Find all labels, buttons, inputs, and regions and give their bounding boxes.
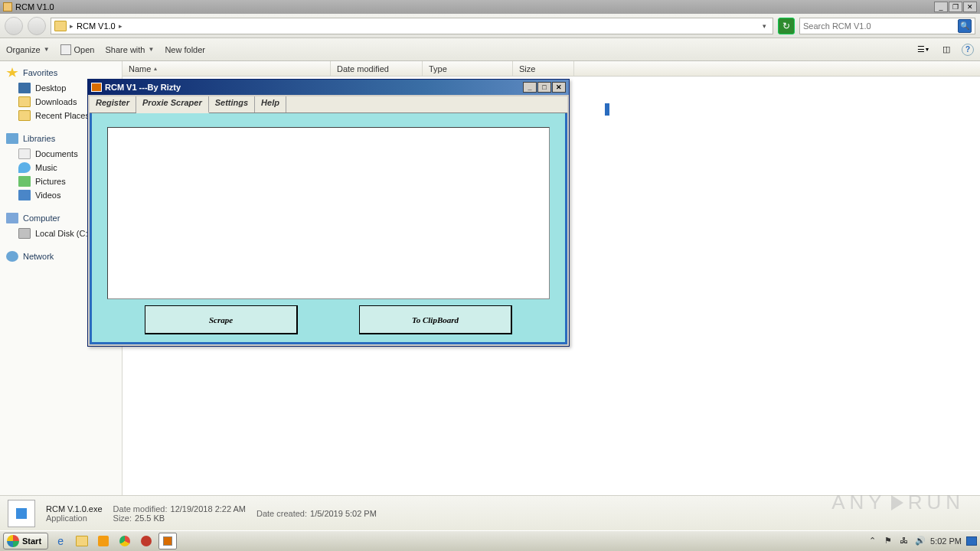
volume-icon[interactable]: 🔊 — [915, 536, 926, 546]
libraries-icon — [6, 133, 18, 144]
taskbar-opera[interactable] — [137, 533, 155, 549]
view-menu[interactable]: ☰ ▼ — [916, 43, 931, 57]
window-border-fragment — [605, 103, 609, 116]
watermark: ANY RUN — [831, 491, 965, 514]
created-value: 1/5/2019 5:02 PM — [310, 509, 377, 518]
pictures-icon — [18, 176, 31, 187]
preview-pane-button[interactable]: ◫ — [939, 43, 954, 57]
folder-icon — [3, 2, 12, 11]
tray-expand-icon[interactable]: ⌃ — [869, 536, 880, 546]
desktop-icon — [18, 83, 31, 93]
search-box[interactable]: 🔍 — [799, 18, 975, 34]
forward-button[interactable] — [28, 17, 46, 35]
network-icon — [6, 251, 18, 262]
app-body: Scrape To ClipBoard — [90, 113, 567, 344]
file-thumbnail — [8, 500, 35, 527]
folder-icon — [54, 21, 67, 31]
chrome-icon — [119, 536, 130, 546]
app-close-button[interactable]: ✕ — [552, 82, 566, 93]
ie-icon: e — [57, 535, 64, 547]
col-modified[interactable]: Date modified — [331, 61, 423, 76]
explorer-toolbar: Organize▼ Open Share with▼ New folder ☰ … — [0, 38, 980, 61]
network-tray-icon[interactable]: 🖧 — [900, 536, 910, 546]
chevron-right-icon: ▸ — [119, 22, 122, 30]
flag-icon[interactable]: ⚑ — [884, 536, 895, 546]
size-value: 25.5 KB — [135, 514, 165, 523]
details-filename: RCM V.1.0.exe — [46, 504, 103, 514]
minimize-button[interactable]: _ — [934, 2, 948, 12]
explorer-titlebar: RCM V1.0 _ ❐ ✕ — [0, 0, 980, 14]
taskbar-rcm-app[interactable] — [158, 533, 177, 549]
folder-icon — [76, 536, 88, 546]
results-textbox[interactable] — [107, 127, 550, 299]
app-icon — [163, 536, 172, 546]
taskbar-media[interactable] — [94, 533, 113, 549]
scrape-button[interactable]: Scrape — [145, 305, 298, 334]
breadcrumb-label: RCM V1.0 — [77, 21, 116, 31]
taskbar-ie[interactable]: e — [51, 533, 70, 549]
details-filetype: Application — [46, 514, 103, 523]
window-title: RCM V1.0 — [15, 2, 54, 11]
maximize-button[interactable]: ❐ — [949, 2, 962, 12]
app-titlebar[interactable]: RCM V1 ---By Rizty _ □ ✕ — [88, 80, 569, 95]
share-menu[interactable]: Share with▼ — [105, 45, 154, 54]
tab-proxie-scraper[interactable]: Proxie Scraper — [136, 96, 209, 113]
open-icon — [60, 44, 71, 55]
navbar: ▸ RCM V1.0 ▸ ▾ ↻ 🔍 — [0, 14, 980, 38]
back-button[interactable] — [5, 17, 23, 35]
close-button[interactable]: ✕ — [963, 2, 977, 12]
chevron-right-icon: ▸ — [70, 22, 74, 30]
play-icon — [891, 495, 903, 510]
organize-menu[interactable]: Organize▼ — [6, 45, 50, 54]
content-area: Name▴ Date modified Type Size RCM V1 ---… — [122, 61, 980, 495]
tab-register[interactable]: Register — [90, 96, 136, 112]
created-label: Date created: — [256, 509, 307, 518]
taskbar-explorer[interactable] — [73, 533, 91, 549]
app-tabs: Register Proxie Scraper Settings Help — [90, 96, 567, 113]
modified-label: Date modified: — [113, 504, 168, 514]
app-title: RCM V1 ---By Rizty — [105, 83, 181, 92]
clock[interactable]: 5:02 PM — [930, 536, 962, 546]
show-desktop-icon[interactable] — [966, 536, 977, 546]
windows-icon — [7, 535, 19, 547]
size-label: Size: — [113, 514, 132, 523]
breadcrumb[interactable]: ▸ RCM V1.0 ▸ ▾ — [51, 18, 773, 34]
taskbar-chrome[interactable] — [116, 533, 134, 549]
document-icon — [18, 148, 31, 159]
app-maximize-button[interactable]: □ — [537, 82, 551, 93]
media-icon — [98, 536, 109, 546]
disk-icon — [18, 228, 31, 239]
computer-icon — [6, 213, 18, 223]
folder-icon — [18, 96, 31, 107]
rcm-app-window: RCM V1 ---By Rizty _ □ ✕ Register Proxie… — [87, 79, 570, 347]
videos-icon — [18, 190, 31, 201]
search-input[interactable] — [803, 21, 958, 31]
to-clipboard-button[interactable]: To ClipBoard — [359, 305, 512, 334]
folder-icon — [18, 110, 31, 121]
app-minimize-button[interactable]: _ — [523, 82, 537, 93]
col-type[interactable]: Type — [423, 61, 513, 76]
system-tray: ⌃ ⚑ 🖧 🔊 5:02 PM — [869, 536, 977, 546]
open-button[interactable]: Open — [60, 44, 95, 55]
tab-settings[interactable]: Settings — [209, 96, 255, 112]
breadcrumb-dropdown[interactable]: ▾ — [759, 22, 769, 30]
help-button[interactable]: ? — [962, 44, 974, 56]
col-size[interactable]: Size — [513, 61, 574, 76]
start-button[interactable]: Start — [3, 533, 48, 549]
modified-value: 12/19/2018 2:22 AM — [171, 504, 246, 514]
tab-help[interactable]: Help — [255, 96, 286, 112]
taskbar: Start e ⌃ ⚑ 🖧 🔊 5:02 PM — [0, 530, 980, 551]
refresh-button[interactable]: ↻ — [778, 18, 795, 34]
opera-icon — [141, 536, 152, 546]
col-name[interactable]: Name▴ — [122, 61, 331, 76]
column-headers: Name▴ Date modified Type Size — [122, 61, 980, 77]
new-folder-button[interactable]: New folder — [165, 45, 205, 54]
app-icon — [91, 83, 102, 92]
search-icon[interactable]: 🔍 — [958, 19, 972, 33]
star-icon — [6, 67, 18, 78]
music-icon — [18, 162, 31, 173]
